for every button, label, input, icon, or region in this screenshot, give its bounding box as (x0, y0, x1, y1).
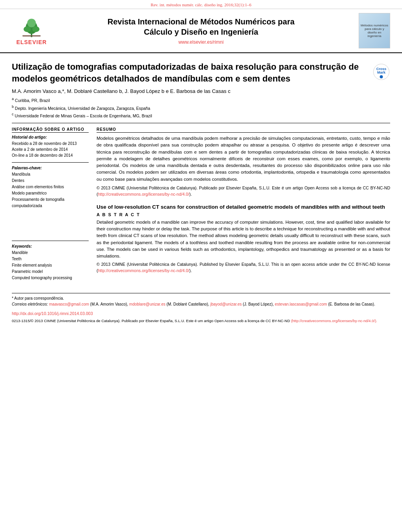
footnote-star-label: * Autor para correspondência. (12, 296, 64, 300)
abstract-label: A B S T R A C T (97, 212, 390, 217)
elsevier-label: ELSEVIER (16, 39, 47, 45)
abstract-copyright-link[interactable]: http://creativecommons.org/licenses/by-n… (98, 268, 190, 273)
kw-pt-2: Dentes (12, 178, 89, 184)
resumo-section-header: RESUMO (97, 127, 390, 133)
email-name-3: (J. Bayod López), (243, 302, 274, 306)
kw-pt-3: Análise com elementos finitos (12, 184, 89, 190)
elsevier-logo: ELSEVIER (16, 17, 47, 45)
doi-link[interactable]: http://dx.doi.org/10.1016/j.rimni.2014.0… (12, 311, 93, 316)
bottom-text: 0213-1315/© 2013 CIMNE (Universitat Poli… (12, 319, 290, 323)
email-link-2[interactable]: mdoblare@unizar.es (129, 302, 166, 306)
main-content: Utilização de tomografias computadorizad… (0, 53, 402, 332)
elsevier-logo-section: ELSEVIER (12, 17, 51, 45)
svg-point-2 (24, 26, 31, 32)
separator (12, 123, 390, 123)
crossmark-icon: Cross Mark (372, 63, 390, 81)
email-name-2: (M. Doblaré Castellano), (167, 302, 209, 306)
footnote-emails-label: Correios eletrônicos: (12, 302, 48, 306)
palavras-chave-label: Palavras-chave: (12, 166, 89, 170)
journal-header: ELSEVIER Revista Internacional de Método… (0, 9, 402, 53)
keywords-pt-block: Palavras-chave: Mandíbula Dentes Análise… (12, 166, 89, 209)
two-column-section: INFORMAÇÃO SOBRE O ARTIGO Historial do a… (12, 127, 390, 281)
separator-left (12, 162, 89, 163)
english-title: Use of low-resolution CT scans for const… (97, 204, 390, 211)
journal-url[interactable]: www.elsevier.es/rimni (59, 39, 343, 45)
footnote-emails: Correios eletrônicos: maavasco@gmail.com… (12, 301, 390, 307)
article-history: Historial do artigo: Recebido a 28 de no… (12, 135, 89, 158)
kw-pt-1: Mandíbula (12, 171, 89, 178)
kw-en-4: Parametric model (12, 269, 89, 275)
kw-en-5: Computed tomography processing (12, 275, 89, 281)
svg-point-9 (380, 75, 383, 78)
left-column: INFORMAÇÃO SOBRE O ARTIGO Historial do a… (12, 127, 89, 281)
crossmark-badge: Cross Mark (372, 63, 390, 82)
doi-section: http://dx.doi.org/10.1016/j.rimni.2014.0… (12, 310, 390, 317)
email-name-4: (E. Barbosa de las Casas). (328, 302, 375, 306)
article-title: Utilização de tomografias computadorizad… (12, 61, 367, 84)
email-link-4[interactable]: estevan.lascasas@gmail.com (275, 302, 327, 306)
authors-line: M.A. Amorim Vasco a,*, M. Doblaré Castel… (12, 88, 390, 94)
kw-en-1: Mandible (12, 250, 89, 256)
abstract-copyright: © 2013 CIMNE (Universitat Politècnica de… (97, 261, 390, 274)
citation-text: Rev. int. métodos numér. cálc. diseño in… (151, 2, 251, 7)
svg-point-4 (27, 19, 36, 27)
keywords-en-label: Keywords: (12, 244, 89, 248)
accepted-date: Aceite a 2 de setembro de 2014 (12, 146, 89, 152)
affiliations: a Curitiba, PR, Brazil b Depto. Ingenier… (12, 96, 390, 119)
footnote-star-text: * Autor para correspondência. (12, 295, 390, 301)
historial-label: Historial do artigo: (12, 135, 89, 139)
journal-cover-section: Métodos numéricos para cálculo y diseño … (351, 13, 390, 48)
journal-cover-image: Métodos numéricos para cálculo y diseño … (359, 13, 390, 48)
bottom-line: 0213-1315/© 2013 CIMNE (Universitat Poli… (12, 318, 390, 324)
separator-left-2 (12, 241, 89, 241)
abstract-text: Detailed geometric models of a mandible … (97, 219, 390, 274)
footnote-section: * Autor para correspondência. Correios e… (12, 293, 390, 307)
kw-en-2: Teeth (12, 256, 89, 262)
kw-en-3: Finite element analysis (12, 262, 89, 269)
affiliation-c: c Universidade Federal de Minas Gerais –… (12, 112, 390, 119)
svg-point-3 (32, 26, 39, 32)
email-link-3[interactable]: jbayod@unizar.es (210, 302, 242, 306)
svg-text:Mark: Mark (377, 70, 386, 74)
bottom-link[interactable]: (http://creativecommons.org/licenses/by-… (291, 319, 377, 323)
kw-pt-4: Modelo paramétrico (12, 190, 89, 196)
elsevier-tree-icon (20, 17, 43, 38)
resumo-copyright: © 2013 CIMNE (Universitat Politècnica de… (97, 185, 390, 198)
email-name-1: (M.A. Amorim Vasco), (90, 302, 128, 306)
top-citation-bar: Rev. int. métodos numér. cálc. diseño in… (0, 0, 402, 9)
journal-title: Revista Internacional de Métodos Numéric… (59, 17, 343, 37)
keywords-en-block: Keywords: Mandible Teeth Finite element … (12, 241, 89, 281)
affiliation-b: b Depto. Ingeniería Mecánica, Universida… (12, 104, 390, 111)
email-link-1[interactable]: maavasco@gmail.com (49, 302, 89, 306)
abstract-paragraph: Detailed geometric models of a mandible … (97, 219, 390, 260)
english-section: Use of low-resolution CT scans for const… (97, 204, 390, 274)
affiliation-a: a Curitiba, PR, Brazil (12, 96, 390, 104)
journal-title-section: Revista Internacional de Métodos Numéric… (51, 17, 351, 45)
resumo-paragraph: Modelos geométricos detalhados de uma ma… (97, 135, 390, 183)
info-section-header: INFORMAÇÃO SOBRE O ARTIGO (12, 127, 89, 133)
svg-rect-5 (22, 35, 41, 36)
received-date: Recebido a 28 de novembro de 2013 (12, 141, 89, 146)
online-date: On-line a 18 de dezembro de 2014 (12, 152, 89, 158)
resumo-text: Modelos geométricos detalhados de uma ma… (97, 135, 390, 197)
article-title-section: Utilização de tomografias computadorizad… (12, 61, 390, 84)
right-column: RESUMO Modelos geométricos detalhados de… (97, 127, 390, 281)
resumo-copyright-link[interactable]: http://creativecommons.org/licenses/by-n… (98, 192, 190, 196)
kw-pt-5: Processamento de tomografia computadoriz… (12, 196, 89, 209)
